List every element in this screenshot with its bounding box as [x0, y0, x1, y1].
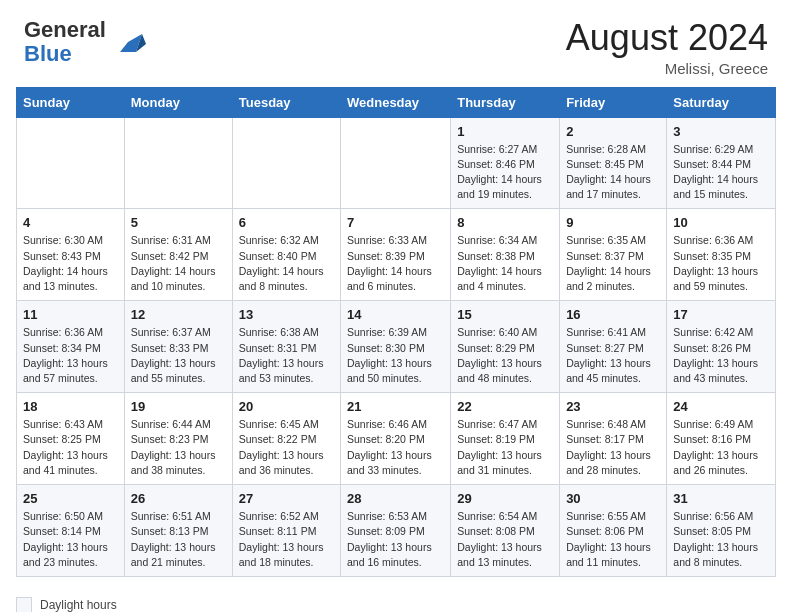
- footer-row: Daylight hours: [16, 597, 776, 612]
- day-info: Sunrise: 6:43 AM Sunset: 8:25 PM Dayligh…: [23, 417, 118, 478]
- day-number: 4: [23, 215, 118, 230]
- day-number: 5: [131, 215, 226, 230]
- day-info: Sunrise: 6:41 AM Sunset: 8:27 PM Dayligh…: [566, 325, 660, 386]
- day-number: 10: [673, 215, 769, 230]
- table-row: 9Sunrise: 6:35 AM Sunset: 8:37 PM Daylig…: [560, 209, 667, 301]
- day-info: Sunrise: 6:36 AM Sunset: 8:35 PM Dayligh…: [673, 233, 769, 294]
- table-row: 5Sunrise: 6:31 AM Sunset: 8:42 PM Daylig…: [124, 209, 232, 301]
- location: Melissi, Greece: [566, 60, 768, 77]
- day-number: 13: [239, 307, 334, 322]
- day-number: 9: [566, 215, 660, 230]
- day-number: 20: [239, 399, 334, 414]
- col-monday: Monday: [124, 87, 232, 117]
- table-row: 12Sunrise: 6:37 AM Sunset: 8:33 PM Dayli…: [124, 301, 232, 393]
- daylight-label: Daylight hours: [40, 598, 117, 612]
- table-row: 16Sunrise: 6:41 AM Sunset: 8:27 PM Dayli…: [560, 301, 667, 393]
- day-info: Sunrise: 6:47 AM Sunset: 8:19 PM Dayligh…: [457, 417, 553, 478]
- col-saturday: Saturday: [667, 87, 776, 117]
- day-number: 8: [457, 215, 553, 230]
- table-row: 28Sunrise: 6:53 AM Sunset: 8:09 PM Dayli…: [341, 485, 451, 577]
- day-info: Sunrise: 6:32 AM Sunset: 8:40 PM Dayligh…: [239, 233, 334, 294]
- table-row: 11Sunrise: 6:36 AM Sunset: 8:34 PM Dayli…: [17, 301, 125, 393]
- day-info: Sunrise: 6:52 AM Sunset: 8:11 PM Dayligh…: [239, 509, 334, 570]
- day-info: Sunrise: 6:44 AM Sunset: 8:23 PM Dayligh…: [131, 417, 226, 478]
- calendar-header: Sunday Monday Tuesday Wednesday Thursday…: [17, 87, 776, 117]
- day-info: Sunrise: 6:37 AM Sunset: 8:33 PM Dayligh…: [131, 325, 226, 386]
- table-row: 8Sunrise: 6:34 AM Sunset: 8:38 PM Daylig…: [451, 209, 560, 301]
- day-number: 22: [457, 399, 553, 414]
- day-info: Sunrise: 6:51 AM Sunset: 8:13 PM Dayligh…: [131, 509, 226, 570]
- table-row: 7Sunrise: 6:33 AM Sunset: 8:39 PM Daylig…: [341, 209, 451, 301]
- table-row: 24Sunrise: 6:49 AM Sunset: 8:16 PM Dayli…: [667, 393, 776, 485]
- day-info: Sunrise: 6:38 AM Sunset: 8:31 PM Dayligh…: [239, 325, 334, 386]
- day-info: Sunrise: 6:56 AM Sunset: 8:05 PM Dayligh…: [673, 509, 769, 570]
- table-row: [232, 117, 340, 209]
- table-row: 31Sunrise: 6:56 AM Sunset: 8:05 PM Dayli…: [667, 485, 776, 577]
- col-thursday: Thursday: [451, 87, 560, 117]
- day-info: Sunrise: 6:28 AM Sunset: 8:45 PM Dayligh…: [566, 142, 660, 203]
- table-row: 14Sunrise: 6:39 AM Sunset: 8:30 PM Dayli…: [341, 301, 451, 393]
- calendar: Sunday Monday Tuesday Wednesday Thursday…: [0, 87, 792, 593]
- day-info: Sunrise: 6:45 AM Sunset: 8:22 PM Dayligh…: [239, 417, 334, 478]
- day-number: 23: [566, 399, 660, 414]
- day-number: 15: [457, 307, 553, 322]
- day-number: 1: [457, 124, 553, 139]
- day-number: 24: [673, 399, 769, 414]
- table-row: 13Sunrise: 6:38 AM Sunset: 8:31 PM Dayli…: [232, 301, 340, 393]
- day-info: Sunrise: 6:46 AM Sunset: 8:20 PM Dayligh…: [347, 417, 444, 478]
- table-row: 1Sunrise: 6:27 AM Sunset: 8:46 PM Daylig…: [451, 117, 560, 209]
- table-row: 22Sunrise: 6:47 AM Sunset: 8:19 PM Dayli…: [451, 393, 560, 485]
- day-info: Sunrise: 6:54 AM Sunset: 8:08 PM Dayligh…: [457, 509, 553, 570]
- day-info: Sunrise: 6:39 AM Sunset: 8:30 PM Dayligh…: [347, 325, 444, 386]
- logo-blue: Blue: [24, 41, 72, 66]
- table-row: 19Sunrise: 6:44 AM Sunset: 8:23 PM Dayli…: [124, 393, 232, 485]
- day-number: 19: [131, 399, 226, 414]
- day-number: 14: [347, 307, 444, 322]
- table-row: 15Sunrise: 6:40 AM Sunset: 8:29 PM Dayli…: [451, 301, 560, 393]
- day-number: 17: [673, 307, 769, 322]
- daylight-box: [16, 597, 32, 612]
- table-row: 18Sunrise: 6:43 AM Sunset: 8:25 PM Dayli…: [17, 393, 125, 485]
- day-number: 18: [23, 399, 118, 414]
- table-row: 27Sunrise: 6:52 AM Sunset: 8:11 PM Dayli…: [232, 485, 340, 577]
- day-info: Sunrise: 6:30 AM Sunset: 8:43 PM Dayligh…: [23, 233, 118, 294]
- day-info: Sunrise: 6:27 AM Sunset: 8:46 PM Dayligh…: [457, 142, 553, 203]
- logo: General Blue: [24, 18, 146, 66]
- table-row: 10Sunrise: 6:36 AM Sunset: 8:35 PM Dayli…: [667, 209, 776, 301]
- logo-general: General: [24, 17, 106, 42]
- table-row: 25Sunrise: 6:50 AM Sunset: 8:14 PM Dayli…: [17, 485, 125, 577]
- day-info: Sunrise: 6:35 AM Sunset: 8:37 PM Dayligh…: [566, 233, 660, 294]
- col-friday: Friday: [560, 87, 667, 117]
- day-info: Sunrise: 6:49 AM Sunset: 8:16 PM Dayligh…: [673, 417, 769, 478]
- page-header: General Blue August 2024 Melissi, Greece: [0, 0, 792, 87]
- day-number: 16: [566, 307, 660, 322]
- day-info: Sunrise: 6:31 AM Sunset: 8:42 PM Dayligh…: [131, 233, 226, 294]
- day-number: 25: [23, 491, 118, 506]
- title-block: August 2024 Melissi, Greece: [566, 18, 768, 77]
- day-info: Sunrise: 6:36 AM Sunset: 8:34 PM Dayligh…: [23, 325, 118, 386]
- calendar-table: Sunday Monday Tuesday Wednesday Thursday…: [16, 87, 776, 577]
- day-number: 7: [347, 215, 444, 230]
- table-row: 30Sunrise: 6:55 AM Sunset: 8:06 PM Dayli…: [560, 485, 667, 577]
- day-number: 29: [457, 491, 553, 506]
- day-number: 30: [566, 491, 660, 506]
- day-number: 2: [566, 124, 660, 139]
- col-tuesday: Tuesday: [232, 87, 340, 117]
- day-info: Sunrise: 6:53 AM Sunset: 8:09 PM Dayligh…: [347, 509, 444, 570]
- day-info: Sunrise: 6:29 AM Sunset: 8:44 PM Dayligh…: [673, 142, 769, 203]
- day-number: 28: [347, 491, 444, 506]
- table-row: [17, 117, 125, 209]
- table-row: [124, 117, 232, 209]
- day-info: Sunrise: 6:34 AM Sunset: 8:38 PM Dayligh…: [457, 233, 553, 294]
- day-number: 6: [239, 215, 334, 230]
- table-row: 21Sunrise: 6:46 AM Sunset: 8:20 PM Dayli…: [341, 393, 451, 485]
- table-row: 29Sunrise: 6:54 AM Sunset: 8:08 PM Dayli…: [451, 485, 560, 577]
- day-number: 3: [673, 124, 769, 139]
- calendar-body: 1Sunrise: 6:27 AM Sunset: 8:46 PM Daylig…: [17, 117, 776, 576]
- table-row: 17Sunrise: 6:42 AM Sunset: 8:26 PM Dayli…: [667, 301, 776, 393]
- month-year: August 2024: [566, 18, 768, 58]
- day-info: Sunrise: 6:40 AM Sunset: 8:29 PM Dayligh…: [457, 325, 553, 386]
- table-row: 3Sunrise: 6:29 AM Sunset: 8:44 PM Daylig…: [667, 117, 776, 209]
- day-number: 27: [239, 491, 334, 506]
- day-number: 26: [131, 491, 226, 506]
